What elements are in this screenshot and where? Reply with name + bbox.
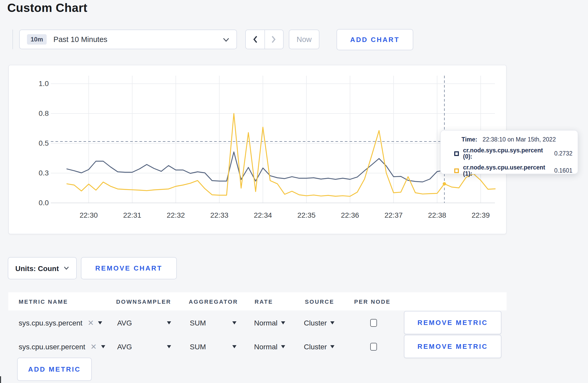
svg-text:22:36: 22:36 (341, 211, 359, 219)
rate-select[interactable]: Normal (254, 319, 285, 327)
clear-metric-icon[interactable]: ✕ (88, 319, 94, 327)
chevron-left-icon (253, 35, 258, 44)
timeseries-chart[interactable]: 0.00.30.50.81.022:3022:3122:3222:3322:34… (9, 65, 507, 235)
svg-text:0.0: 0.0 (39, 199, 49, 207)
source-select[interactable]: Cluster (304, 343, 335, 351)
next-time-button[interactable] (264, 30, 283, 49)
downsampler-value[interactable]: AVG (117, 343, 132, 351)
chevron-down-icon (331, 345, 335, 348)
window-edge-artifact (0, 376, 1, 383)
tooltip-series-name: cr.node.sys.cpu.user.percent (1): (463, 164, 551, 177)
svg-text:22:31: 22:31 (123, 211, 141, 219)
col-per-node: PER NODE (354, 298, 391, 304)
time-window-badge: 10m (27, 34, 47, 45)
svg-text:0.5: 0.5 (39, 139, 49, 147)
rate-select[interactable]: Normal (254, 343, 285, 351)
add-chart-button[interactable]: ADD CHART (337, 29, 413, 50)
aggregator-dropdown-icon[interactable] (232, 321, 236, 324)
aggregator-dropdown-icon[interactable] (232, 345, 236, 348)
per-node-cell (370, 343, 377, 351)
aggregator-value[interactable]: SUM (190, 343, 206, 351)
units-label: Units: Count (15, 264, 59, 272)
chevron-down-icon (223, 35, 229, 44)
per-node-cell (370, 319, 377, 327)
series-swatch-sys (454, 151, 459, 156)
per-node-checkbox[interactable] (370, 319, 377, 327)
chart-tooltip: Time: 22:38:10 on Mar 15th, 2022 cr.node… (440, 130, 578, 174)
chevron-down-icon (64, 266, 69, 270)
remove-metric-button[interactable]: REMOVE METRIC (404, 335, 501, 358)
toolbar-divider (12, 30, 13, 49)
col-metric-name: METRIC NAME (19, 298, 68, 304)
per-node-checkbox[interactable] (370, 343, 377, 351)
chevron-down-icon (281, 345, 285, 348)
units-select[interactable]: Units: Count (8, 257, 77, 279)
downsampler-dropdown-icon[interactable] (167, 321, 171, 324)
tooltip-series-value: 0.1601 (554, 167, 572, 174)
metric-name-select[interactable]: sys.cpu.user.percent ✕ (19, 343, 105, 351)
tooltip-time-value: 22:38:10 on Mar 15th, 2022 (482, 136, 556, 143)
metric-name-select[interactable]: sys.cpu.sys.percent ✕ (19, 319, 102, 327)
page-title: Custom Chart (7, 1, 87, 15)
col-aggregator: AGGREGATOR (189, 298, 238, 304)
col-downsampler: DOWNSAMPLER (116, 298, 171, 304)
chevron-right-icon (271, 35, 277, 44)
tooltip-series-row: cr.node.sys.cpu.user.percent (1): 0.1601 (454, 164, 572, 177)
svg-text:0.3: 0.3 (39, 169, 49, 177)
tooltip-series-row: cr.node.sys.cpu.sys.percent (0): 0.2732 (454, 147, 572, 160)
time-pager (245, 30, 284, 49)
chevron-down-icon (331, 321, 335, 324)
metrics-table-header: METRIC NAME DOWNSAMPLER AGGREGATOR RATE … (8, 292, 507, 310)
svg-text:22:32: 22:32 (167, 211, 185, 219)
custom-chart-page: Custom Chart 10m Past 10 Minutes Now ADD… (0, 0, 588, 383)
chevron-down-icon (98, 321, 102, 324)
svg-text:22:37: 22:37 (384, 211, 403, 219)
clear-metric-icon[interactable]: ✕ (90, 343, 97, 351)
source-select[interactable]: Cluster (304, 319, 335, 327)
add-metric-button[interactable]: ADD METRIC (17, 358, 92, 381)
downsampler-value[interactable]: AVG (117, 319, 132, 327)
svg-text:22:34: 22:34 (254, 211, 272, 219)
downsampler-dropdown-icon[interactable] (167, 345, 171, 348)
svg-text:22:30: 22:30 (80, 211, 98, 219)
remove-chart-button[interactable]: REMOVE CHART (81, 257, 177, 279)
chart-card: 0.00.30.50.81.022:3022:3122:3222:3322:34… (8, 65, 507, 234)
time-window-select[interactable]: 10m Past 10 Minutes (19, 30, 237, 49)
aggregator-value[interactable]: SUM (190, 319, 206, 327)
now-button[interactable]: Now (289, 30, 319, 49)
col-source: SOURCE (305, 298, 334, 304)
prev-time-button[interactable] (246, 30, 264, 49)
chevron-down-icon (281, 321, 285, 324)
svg-text:1.0: 1.0 (39, 80, 49, 88)
svg-text:22:38: 22:38 (428, 211, 446, 219)
svg-text:22:35: 22:35 (297, 211, 316, 219)
tooltip-time-label: Time: (461, 136, 477, 143)
col-rate: RATE (255, 298, 273, 304)
series-swatch-user (454, 168, 459, 173)
svg-text:22:39: 22:39 (472, 211, 490, 219)
chevron-down-icon (101, 345, 105, 348)
tooltip-series-value: 0.2732 (554, 150, 572, 157)
svg-text:22:33: 22:33 (210, 211, 228, 219)
tooltip-series-name: cr.node.sys.cpu.sys.percent (0): (463, 147, 551, 160)
svg-text:0.8: 0.8 (39, 109, 49, 117)
remove-metric-button[interactable]: REMOVE METRIC (404, 311, 501, 334)
time-window-label: Past 10 Minutes (53, 35, 107, 44)
